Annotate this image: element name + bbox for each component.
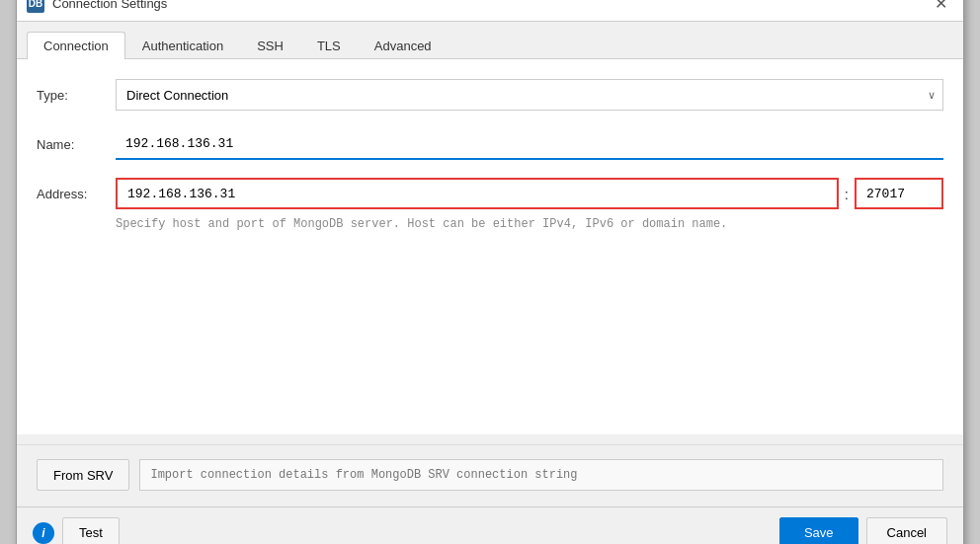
srv-input[interactable] xyxy=(139,459,943,491)
title-bar: DB Connection Settings ✕ xyxy=(17,0,963,22)
tab-ssh[interactable]: SSH xyxy=(240,32,300,59)
address-label: Address: xyxy=(37,187,116,201)
info-icon[interactable]: i xyxy=(33,522,54,544)
window-icon: DB xyxy=(27,0,44,13)
tab-tls[interactable]: TLS xyxy=(300,32,358,59)
from-srv-button[interactable]: From SRV xyxy=(37,459,129,491)
address-port-input[interactable] xyxy=(855,178,943,209)
divider xyxy=(17,444,963,445)
footer: i Test Save Cancel xyxy=(17,506,963,544)
tab-bar: Connection Authentication SSH TLS Advanc… xyxy=(17,22,963,59)
footer-right: Save Cancel xyxy=(779,517,947,545)
close-button[interactable]: ✕ xyxy=(928,0,953,17)
connection-settings-window: DB Connection Settings ✕ Connection Auth… xyxy=(16,0,964,544)
address-hint: Specify host and port of MongoDB server.… xyxy=(116,217,943,231)
type-select-wrapper: Direct Connection ∨ xyxy=(116,79,943,111)
type-select[interactable]: Direct Connection xyxy=(116,79,943,111)
srv-row: From SRV xyxy=(17,459,963,491)
name-label: Name: xyxy=(37,137,116,152)
cancel-button[interactable]: Cancel xyxy=(866,517,947,545)
test-button[interactable]: Test xyxy=(62,517,120,545)
type-label: Type: xyxy=(37,88,116,103)
title-bar-left: DB Connection Settings xyxy=(27,0,167,13)
address-row: Address: : xyxy=(37,178,943,209)
tab-authentication[interactable]: Authentication xyxy=(125,32,240,59)
footer-left: i Test xyxy=(33,517,120,545)
name-field-wrapper xyxy=(116,128,943,160)
address-colon: : xyxy=(839,186,855,202)
save-button[interactable]: Save xyxy=(779,517,858,545)
content-area: Type: Direct Connection ∨ Name: Address:… xyxy=(17,59,963,434)
address-host-input[interactable] xyxy=(116,178,839,209)
name-input[interactable] xyxy=(116,128,943,160)
type-row: Type: Direct Connection ∨ xyxy=(37,79,943,111)
window-title: Connection Settings xyxy=(52,0,167,11)
tab-advanced[interactable]: Advanced xyxy=(358,32,449,59)
name-row: Name: xyxy=(37,128,943,160)
tab-connection[interactable]: Connection xyxy=(27,32,125,59)
